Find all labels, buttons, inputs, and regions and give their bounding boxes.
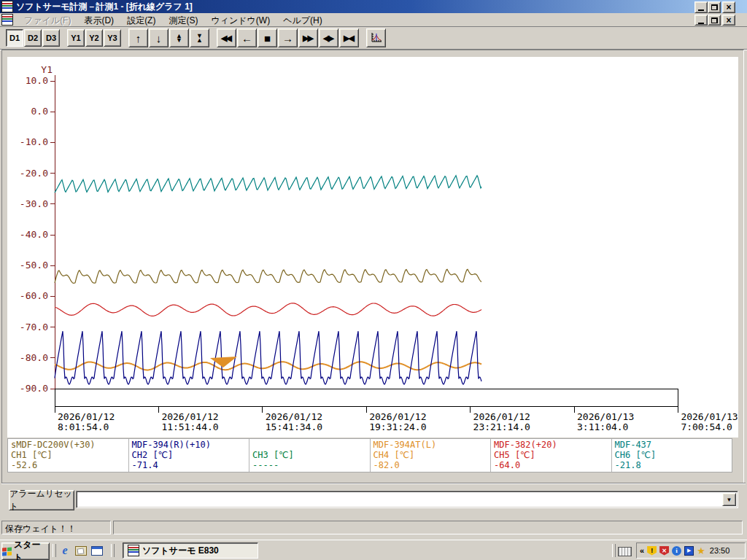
toolbar-button-scroll-up[interactable]: ↑ [128,28,148,47]
quicklaunch-handle[interactable] [53,544,56,557]
menu-item-measure[interactable]: 測定(S) [162,14,204,27]
child-minimize-button[interactable] [694,15,708,26]
document-icon[interactable] [1,14,13,26]
menu-item-window[interactable]: ウィンドウ(W) [204,14,276,27]
toolbar-button-y2[interactable]: Y2 [85,29,103,47]
show-desktop-icon[interactable] [74,545,88,556]
minimize-button[interactable] [694,1,708,13]
star-icon[interactable]: ★ [697,546,705,556]
window-shortcut-icon[interactable] [90,545,104,556]
close-button[interactable]: × [722,1,735,13]
toolbar-button-d1[interactable]: D1 [6,29,23,47]
ie-icon[interactable]: e [58,545,71,556]
svg-text:15:41:34.0: 15:41:34.0 [266,421,322,432]
child-close-button[interactable]: × [722,15,735,26]
svg-text:-20.0: -20.0 [20,168,48,179]
restore-icon [711,4,718,10]
app-icon [1,1,13,12]
legend-cell-ch1: sMDF-DC200V(+30)CH1 [℃]-52.6 [8,439,129,472]
tray-handle [612,544,616,557]
menu-item-help[interactable]: ヘルプ(H) [276,14,329,27]
alarm-panel: アラームリセット ▼ [1,483,746,518]
svg-text:8:01:54.0: 8:01:54.0 [58,421,109,432]
legend-ch3-label: CH3 [℃] [252,450,367,460]
toolbar-button-graph-setup[interactable] [366,28,386,47]
series-ch4 [55,362,481,370]
restore-button[interactable] [708,1,721,13]
legend-cell-ch5: MDF-382(+20)CH5 [℃]-64.0 [491,439,612,472]
alarm-reset-button[interactable]: アラームリセット [9,490,74,510]
legend-ch5-name: MDF-382(+20) [494,440,608,450]
toolbar-button-fast-rewind[interactable]: ◀◀ [217,28,236,47]
svg-text:19:31:24.0: 19:31:24.0 [369,421,426,432]
menu-item-settings[interactable]: 設定(Z) [120,14,162,27]
toolbar-button-stop[interactable]: ■ [258,28,277,47]
toolbar-button-fast-forward[interactable]: ▶▶ [298,28,318,47]
compress-vertical-icon: ▼▲ [196,34,203,42]
toolbar-button-y3[interactable]: Y3 [104,29,121,47]
task-button-softthermo[interactable]: ソフトサーモ E830 [123,542,258,559]
svg-text:-50.0: -50.0 [20,260,48,271]
legend-ch2-name: MDF-394(R)(+10) [132,440,247,450]
toolbar-button-expand-horizontal[interactable]: ◀▶ [319,28,338,47]
info-balloon-icon[interactable]: i [672,546,681,556]
series-ch6 [55,176,481,193]
toolbar-button-scroll-left[interactable]: ← [237,28,257,47]
security-alert-icon[interactable]: ! [647,546,657,556]
legend-ch3-value: ----- [252,460,367,470]
legend-ch1-name: sMDF-DC200V(+30) [11,440,125,450]
svg-text:2026/01/12: 2026/01/12 [58,411,115,422]
svg-text:2026/01/12: 2026/01/12 [266,411,322,422]
legend-ch4-label: CH4 [℃] [374,450,488,460]
svg-text:2026/01/12: 2026/01/12 [161,411,218,422]
toolbar-button-compress-vertical[interactable]: ▼▲ [190,28,209,47]
legend-ch2-value: -71.4 [132,460,247,470]
svg-text:Y1: Y1 [41,64,53,75]
legend-ch1-label: CH1 [℃] [11,450,125,460]
minimize-icon [698,9,704,11]
start-button[interactable]: スタート [1,542,50,560]
toolbar-button-d3[interactable]: D3 [42,29,60,47]
line-graph-canvas[interactable]: Y110.00.0-10.0-20.0-30.0-40.0-50.0-60.0-… [7,57,738,438]
task-app-icon [128,545,139,556]
windows-logo-icon [2,547,12,556]
arrow-up-icon: ↑ [136,33,142,44]
restore-icon [711,18,718,23]
toolbar-button-y1[interactable]: Y1 [67,29,85,47]
keyboard-layout-icon[interactable] [618,547,632,556]
menu-bar: ファイル(F)表示(D)設定(Z)測定(S)ウィンドウ(W)ヘルプ(H) × [0,13,747,27]
alarm-combo-box[interactable]: ▼ [76,491,738,508]
arrow-right-icon: → [282,33,293,44]
security-warning-icon[interactable]: ✕ [659,546,669,556]
svg-text:-70.0: -70.0 [20,322,48,332]
menu-item-view[interactable]: 表示(D) [77,14,120,27]
tray-expand-icon[interactable]: « [640,546,644,555]
legend-ch5-label: CH5 [℃] [494,450,608,460]
svg-text:-40.0: -40.0 [20,229,48,240]
toolbar-button-d2[interactable]: D2 [24,29,42,47]
media-play-icon[interactable]: ▶ [684,546,694,556]
taskband-handle[interactable] [111,544,115,557]
toolbar-button-scroll-right[interactable]: → [278,28,298,47]
toolbar: D1D2D3Y1Y2Y3↑↓▲▼▼▲◀◀←■→▶▶◀▶▶◀ [0,27,747,50]
toolbar-button-compress-horizontal[interactable]: ▶◀ [339,28,359,47]
svg-text:-90.0: -90.0 [20,383,48,394]
legend-ch1-value: -52.6 [11,460,125,470]
svg-text:-60.0: -60.0 [20,290,48,301]
child-restore-button[interactable] [708,15,721,26]
expand-horizontal-icon: ◀▶ [323,34,334,42]
combo-dropdown-button[interactable]: ▼ [722,493,736,506]
close-icon: × [726,17,731,24]
svg-text:3:11:04.0: 3:11:04.0 [577,421,628,432]
taskbar-clock: 23:50 [710,546,730,555]
system-tray: « ! ✕ i ▶ ★ 23:50 [636,542,746,559]
toolbar-button-expand-vertical[interactable]: ▲▼ [169,28,189,47]
svg-text:10.0: 10.0 [26,75,48,86]
series-ch1 [55,269,481,283]
svg-text:2026/01/12: 2026/01/12 [369,411,426,422]
minimize-icon [698,23,704,24]
toolbar-button-scroll-down[interactable]: ↓ [149,28,169,47]
legend-ch4-name: MDF-394AT(L) [374,440,488,450]
double-left-icon: ◀◀ [221,34,232,42]
legend-ch6-label: CH6 [℃] [615,450,729,460]
